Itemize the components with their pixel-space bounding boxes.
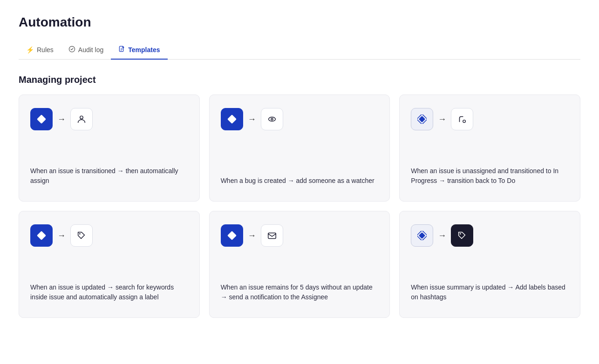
- card-6-left-icon: [411, 224, 433, 247]
- card-3[interactable]: → When an issue is unassigned and transi…: [399, 94, 580, 202]
- card-4-right-icon: [70, 224, 93, 247]
- svg-rect-17: [268, 233, 276, 239]
- svg-point-15: [79, 233, 81, 235]
- card-4-icons: →: [30, 224, 188, 247]
- card-2-icons: →: [221, 108, 379, 130]
- card-1-text: When an issue is transitioned → then aut…: [30, 166, 188, 186]
- svg-rect-7: [227, 115, 237, 124]
- card-3-text: When an issue is unassigned and transiti…: [411, 166, 569, 186]
- tab-rules[interactable]: ⚡ Rules: [19, 41, 61, 60]
- card-6-right-icon: [451, 224, 473, 247]
- card-6-icons: →: [411, 224, 569, 247]
- card-6-arrow: →: [438, 231, 446, 241]
- card-4-left-icon: [30, 224, 53, 247]
- card-1-right-icon: [70, 108, 93, 130]
- svg-rect-14: [37, 231, 46, 240]
- card-1-arrow: →: [57, 115, 66, 124]
- svg-rect-2: [121, 48, 123, 48]
- card-5-left-icon: [221, 224, 243, 247]
- card-1[interactable]: → When an issue is transitioned → then a…: [19, 94, 200, 202]
- svg-rect-5: [37, 115, 46, 124]
- card-2-left-icon: [221, 108, 243, 130]
- card-6-text: When issue summary is updated → Add labe…: [411, 283, 569, 303]
- svg-rect-16: [227, 231, 237, 240]
- card-3-right-icon: [451, 108, 473, 130]
- tab-templates[interactable]: Templates: [111, 41, 167, 60]
- section-title: Managing project: [19, 74, 580, 85]
- card-5-icons: →: [221, 224, 379, 247]
- svg-rect-12: [419, 116, 425, 122]
- card-4-arrow: →: [57, 231, 66, 241]
- document-icon: [118, 46, 125, 54]
- card-4-text: When an issue is updated → search for ke…: [30, 283, 188, 303]
- card-5-arrow: →: [248, 231, 256, 241]
- card-3-left-icon: [411, 108, 433, 130]
- card-6[interactable]: → When issue summary is updated → Add la…: [399, 211, 580, 318]
- svg-rect-4: [121, 50, 122, 51]
- clock-check-icon: [68, 46, 75, 54]
- card-5-right-icon: [261, 224, 283, 247]
- card-2-right-icon: [261, 108, 283, 130]
- card-2-text: When a bug is created → add someone as a…: [221, 176, 379, 186]
- svg-rect-19: [419, 232, 425, 239]
- card-4[interactable]: → When an issue is updated → search for …: [19, 211, 200, 318]
- card-2[interactable]: → When a bug is created → add someone as…: [209, 94, 390, 202]
- lightning-icon: ⚡: [26, 46, 34, 54]
- card-3-arrow: →: [438, 115, 446, 124]
- card-5[interactable]: → When an issue remains for 5 days witho…: [209, 211, 390, 318]
- svg-point-6: [80, 116, 83, 119]
- svg-point-20: [460, 233, 461, 235]
- cards-grid: → When an issue is transitioned → then a…: [19, 94, 580, 318]
- tabs-container: ⚡ Rules Audit log: [19, 41, 580, 60]
- card-3-icons: →: [411, 108, 569, 130]
- card-1-icons: →: [30, 108, 188, 130]
- card-1-left-icon: [30, 108, 53, 130]
- svg-rect-3: [121, 49, 123, 50]
- svg-point-13: [463, 120, 466, 123]
- card-5-text: When an issue remains for 5 days without…: [221, 283, 379, 303]
- page-title: Automation: [19, 15, 580, 30]
- tab-audit-log[interactable]: Audit log: [61, 41, 111, 60]
- page-container: Automation ⚡ Rules Audit log: [0, 0, 599, 333]
- card-2-arrow: →: [248, 115, 256, 124]
- svg-point-10: [271, 119, 272, 120]
